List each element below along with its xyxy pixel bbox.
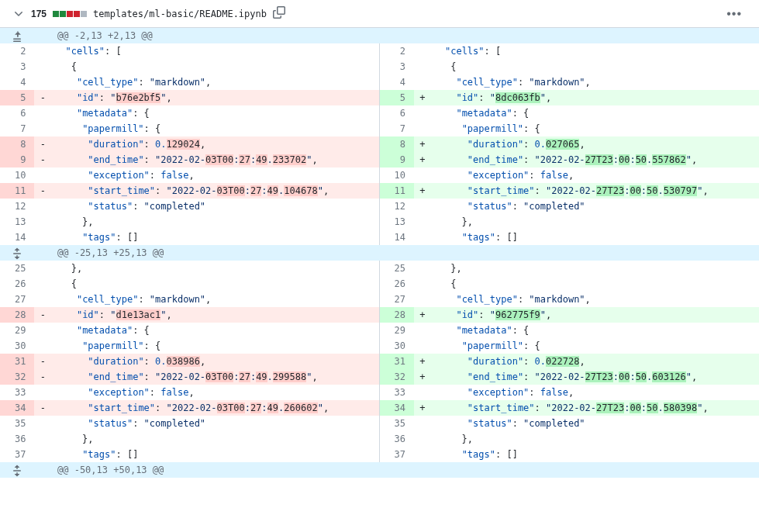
code-line: }, — [51, 431, 380, 447]
line-number-left[interactable]: 29 — [0, 323, 34, 338]
line-number-left[interactable]: 5 — [0, 90, 34, 105]
line-number-right[interactable]: 7 — [380, 121, 414, 136]
line-number-right[interactable]: 3 — [380, 59, 414, 74]
line-number-right[interactable]: 27 — [380, 292, 414, 307]
deletion-marker: - — [34, 369, 51, 385]
code-line: "metadata": { — [51, 105, 380, 121]
line-number-left[interactable]: 27 — [0, 292, 34, 307]
line-number-left[interactable]: 9 — [0, 152, 34, 168]
deletion-marker: - — [34, 400, 51, 416]
file-path-link[interactable]: templates/ml-basic/README.ipynb — [93, 9, 267, 19]
line-number-right[interactable]: 12 — [380, 199, 414, 214]
code-line: "id": "d1e13ac1", — [51, 307, 380, 323]
deletion-marker: - — [34, 183, 51, 199]
line-number-left[interactable]: 4 — [0, 74, 34, 90]
line-number-left[interactable]: 8 — [0, 136, 34, 152]
addition-marker: + — [414, 307, 431, 323]
code-line: "papermill": { — [431, 338, 760, 354]
code-line: "status": "completed" — [431, 416, 760, 431]
code-line: "papermill": { — [431, 121, 760, 136]
line-number-right[interactable]: 11 — [380, 183, 414, 199]
line-number-right[interactable]: 34 — [380, 400, 414, 416]
code-line: "cell_type": "markdown", — [431, 74, 760, 90]
line-number-right[interactable]: 2 — [380, 43, 414, 59]
line-number-right[interactable]: 25 — [380, 261, 414, 276]
code-line: "duration": 0.022728, — [431, 354, 760, 369]
hunk-header: @@ -2,13 +2,13 @@ — [51, 28, 759, 43]
deletion-marker: - — [34, 354, 51, 369]
line-number-right[interactable]: 9 — [380, 152, 414, 168]
diff-table: @@ -2,13 +2,13 @@2 "cells": [2 "cells": … — [0, 28, 759, 478]
code-line: "tags": [] — [431, 447, 760, 462]
code-line: "id": "8dc063fb", — [431, 90, 760, 105]
code-line: }, — [431, 431, 760, 447]
expand-hunk-icon[interactable] — [0, 462, 34, 478]
line-number-left[interactable]: 28 — [0, 307, 34, 323]
line-number-left[interactable]: 25 — [0, 261, 34, 276]
line-number-left[interactable]: 32 — [0, 369, 34, 385]
line-number-right[interactable]: 10 — [380, 168, 414, 183]
line-number-left[interactable]: 12 — [0, 199, 34, 214]
line-number-right[interactable]: 26 — [380, 276, 414, 292]
line-number-left[interactable]: 13 — [0, 214, 34, 230]
code-line: "status": "completed" — [431, 199, 760, 214]
code-line: "status": "completed" — [51, 416, 380, 431]
collapse-chevron-icon[interactable] — [12, 8, 25, 20]
line-number-right[interactable]: 33 — [380, 385, 414, 400]
code-line: "duration": 0.129024, — [51, 136, 380, 152]
code-line: "cell_type": "markdown", — [431, 292, 760, 307]
code-line: "papermill": { — [51, 121, 380, 136]
line-number-left[interactable]: 34 — [0, 400, 34, 416]
code-line: { — [51, 276, 380, 292]
expand-hunk-icon[interactable] — [0, 28, 34, 43]
line-number-left[interactable]: 7 — [0, 121, 34, 136]
line-number-left[interactable]: 31 — [0, 354, 34, 369]
line-number-right[interactable]: 8 — [380, 136, 414, 152]
deletion-marker: - — [34, 136, 51, 152]
line-number-right[interactable]: 14 — [380, 230, 414, 245]
line-number-right[interactable]: 35 — [380, 416, 414, 431]
line-number-right[interactable]: 31 — [380, 354, 414, 369]
code-line: "duration": 0.027065, — [431, 136, 760, 152]
expand-hunk-icon[interactable] — [0, 245, 34, 261]
line-number-right[interactable]: 37 — [380, 447, 414, 462]
code-line: "metadata": { — [431, 105, 760, 121]
line-number-right[interactable]: 4 — [380, 74, 414, 90]
line-number-right[interactable]: 28 — [380, 307, 414, 323]
line-number-right[interactable]: 29 — [380, 323, 414, 338]
code-line: "cells": [ — [51, 43, 380, 59]
deletion-marker: - — [34, 307, 51, 323]
line-number-left[interactable]: 37 — [0, 447, 34, 462]
code-line: "duration": 0.038986, — [51, 354, 380, 369]
code-line: "start_time": "2022-02-03T00:27:49.26060… — [51, 400, 380, 416]
code-line: "status": "completed" — [51, 199, 380, 214]
code-line: "exception": false, — [431, 168, 760, 183]
line-number-right[interactable]: 36 — [380, 431, 414, 447]
diffstat-squares — [53, 11, 87, 17]
deletion-marker: - — [34, 152, 51, 168]
line-number-left[interactable]: 3 — [0, 59, 34, 74]
line-number-left[interactable]: 35 — [0, 416, 34, 431]
line-number-left[interactable]: 14 — [0, 230, 34, 245]
addition-marker: + — [414, 183, 431, 199]
file-menu-icon[interactable]: ••• — [722, 8, 747, 20]
line-number-right[interactable]: 5 — [380, 90, 414, 105]
code-line: "id": "b76e2bf5", — [51, 90, 380, 105]
line-number-left[interactable]: 30 — [0, 338, 34, 354]
code-line: "end_time": "2022-02-27T23:00:50.557862"… — [431, 152, 760, 168]
line-number-left[interactable]: 2 — [0, 43, 34, 59]
code-line: "exception": false, — [51, 168, 380, 183]
line-number-left[interactable]: 33 — [0, 385, 34, 400]
code-line: "cell_type": "markdown", — [51, 292, 380, 307]
line-number-right[interactable]: 13 — [380, 214, 414, 230]
line-number-right[interactable]: 6 — [380, 105, 414, 121]
line-number-left[interactable]: 36 — [0, 431, 34, 447]
line-number-right[interactable]: 30 — [380, 338, 414, 354]
code-line: "metadata": { — [431, 323, 760, 338]
copy-path-icon[interactable] — [273, 6, 285, 21]
line-number-left[interactable]: 6 — [0, 105, 34, 121]
line-number-left[interactable]: 11 — [0, 183, 34, 199]
line-number-left[interactable]: 10 — [0, 168, 34, 183]
line-number-left[interactable]: 26 — [0, 276, 34, 292]
line-number-right[interactable]: 32 — [380, 369, 414, 385]
